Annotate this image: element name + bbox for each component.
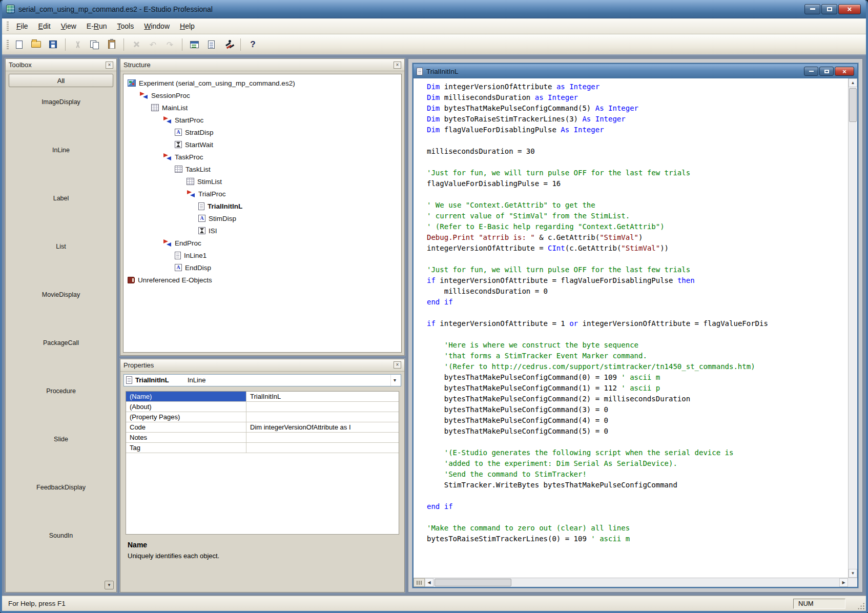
code-line: bytesThatMakePulseConfigCommand(2) = mil… [427,394,846,404]
properties-object-selector[interactable]: TrialInitInL InLine ▾ [123,374,401,386]
code-window-title: TrialInitInL [426,68,800,75]
procedure-icon [163,116,172,124]
procedure-icon [163,239,172,247]
toolbox-item-feedbackdisplay[interactable]: FeedbackDisplay [6,478,116,526]
tree-item-stratdisp[interactable]: StratDisp [123,126,401,138]
menu-item-edit[interactable]: Edit [33,19,56,33]
tree-item-stimlist[interactable]: StimList [123,175,401,188]
properties-close-button[interactable]: × [394,361,401,369]
property-row-notes[interactable]: Notes [126,433,399,443]
tree-item-unreferenced-e-objects[interactable]: Unreferenced E-Objects [123,274,401,286]
scroll-right-button[interactable]: ▶ [839,578,848,587]
menu-item-e-run[interactable]: E-Run [81,19,112,33]
toolbox-item-imagedisplay[interactable]: ImageDisplay [6,93,116,141]
close-button[interactable]: × [838,4,861,14]
open-button[interactable] [28,37,44,52]
toolbox-item-moviedisplay[interactable]: MovieDisplay [6,285,116,334]
experiment-icon [128,79,136,87]
minimize-icon [810,8,815,10]
code-window-maximize-button[interactable] [819,67,834,76]
title-bar[interactable]: serial_com_using_mp_command.es2 - E-Stud… [2,0,866,18]
tree-item-mainlist[interactable]: MainList [123,101,401,114]
code-line [427,308,846,318]
toolbox-item-label[interactable]: Label [6,189,116,237]
help-button[interactable] [245,37,261,52]
toolbox-item-packagecall[interactable]: PackageCall [6,334,116,382]
property-row-code[interactable]: CodeDim integerVersionOfAttribute as I [126,422,399,433]
toolbox-item-soundout[interactable] [6,575,116,592]
minimize-button[interactable] [804,4,820,14]
property-key: (Property Pages) [126,412,246,422]
tree-item-enddisp[interactable]: EndDisp [123,261,401,274]
horizontal-scrollbar[interactable]: ◀ ▶ [414,578,857,587]
toolbox-item-slide[interactable]: Slide [6,430,116,478]
tree-item-experiment-serial-com-using-mp-command-es2[interactable]: Experiment (serial_com_using_mp_command.… [123,77,401,89]
resize-grip[interactable] [857,602,864,609]
property-row-about[interactable]: (About) [126,402,399,412]
vertical-scrollbar[interactable]: ▲ ▼ [848,78,857,578]
tree-item-tasklist[interactable]: TaskList [123,163,401,175]
code-line: flagValueForDisablingPulse = 16 [427,178,846,189]
copy-button[interactable] [87,37,102,52]
scroll-left-button[interactable]: ◀ [425,578,433,587]
menu-item-view[interactable]: View [56,19,81,33]
tree-item-label: EndProc [175,239,201,247]
menu-item-help[interactable]: Help [175,19,200,33]
tree-item-taskproc[interactable]: TaskProc [123,151,401,163]
toolbox-all-button[interactable]: All [9,74,113,87]
code-window-close-button[interactable]: × [835,67,854,76]
inline-icon [126,376,132,384]
wait-icon [198,227,205,234]
code-editor[interactable]: Dim integerVersionOfAttribute as Integer… [414,78,848,578]
delete-button[interactable] [128,37,144,52]
redo-button[interactable] [162,37,178,52]
menu-item-tools[interactable]: Tools [112,19,139,33]
menu-item-window[interactable]: Window [139,19,175,33]
code-line: '(Refer to http://cedrus.com/support/sti… [427,361,846,372]
vertical-scroll-thumb[interactable] [849,88,857,122]
combo-dropdown-icon[interactable]: ▾ [390,375,399,386]
splitter-box[interactable] [414,578,425,587]
properties-button[interactable] [187,37,202,52]
property-row-name[interactable]: (Name)TrialInitInL [126,392,399,402]
tree-item-endproc[interactable]: EndProc [123,237,401,249]
maximize-button[interactable] [821,4,837,14]
toolbox-item-soundin[interactable]: SoundIn [6,526,116,575]
horizontal-scroll-track[interactable] [433,578,839,587]
tree-item-startwait[interactable]: StartWait [123,138,401,151]
property-row-property-pages[interactable]: (Property Pages) [126,412,399,422]
toolbox-item-label: Procedure [46,387,76,395]
undo-button[interactable] [145,37,161,52]
structure-close-button[interactable]: × [394,62,401,69]
scroll-up-button[interactable]: ▲ [849,78,857,87]
vertical-scroll-track[interactable] [849,87,857,569]
code-window-minimize-button[interactable] [804,67,818,76]
tree-item-isi[interactable]: ISI [123,224,401,237]
toolbox-scroll-down-button[interactable]: ▼ [105,581,114,589]
tree-item-sessionproc[interactable]: SessionProc [123,89,401,101]
tree-item-inline1[interactable]: InLine1 [123,249,401,261]
toolbox-item-procedure[interactable]: Procedure [6,382,116,430]
run-icon [224,40,232,49]
scroll-down-button[interactable]: ▼ [849,569,857,578]
tree-item-stimdisp[interactable]: StimDisp [123,212,401,224]
horizontal-scroll-thumb[interactable] [435,579,511,586]
script-button[interactable] [203,37,219,52]
save-button[interactable] [45,37,61,52]
tree-item-startproc[interactable]: StartProc [123,114,401,126]
toolbox-item-list[interactable]: List [6,237,116,285]
structure-title-bar: Structure × [120,59,404,71]
tree-item-trialproc[interactable]: TrialProc [123,188,401,200]
menu-bar: FileEditViewE-RunToolsWindowHelp [11,18,200,34]
property-row-tag[interactable]: Tag [126,443,399,453]
toolbox-close-button[interactable]: × [106,62,113,69]
paste-button[interactable] [104,37,119,52]
menu-item-file[interactable]: File [11,19,33,33]
new-button[interactable] [11,37,27,52]
tree-item-trialinitinl[interactable]: TrialInitInL [123,200,401,212]
code-window-title-bar[interactable]: TrialInitInL × [414,64,857,78]
run-button[interactable] [220,37,236,52]
maximize-icon [827,7,832,11]
toolbox-item-inline[interactable]: InLine [6,141,116,189]
cut-button[interactable] [70,37,86,52]
